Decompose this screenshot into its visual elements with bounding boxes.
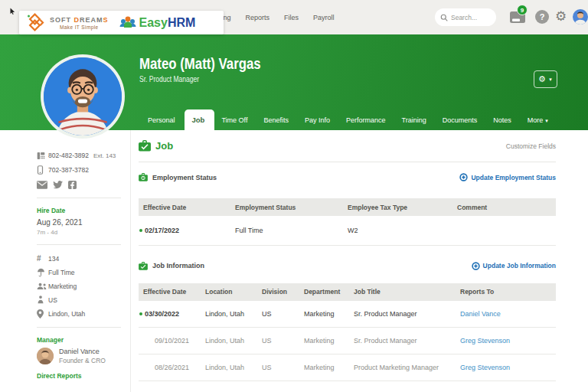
reports-to-link[interactable]: Greg Stevenson (457, 328, 556, 354)
work-phone-row: 802-482-3892 Ext. 143 (37, 150, 130, 161)
column-header: Employee Tax Type (345, 198, 454, 216)
easyhrm-icon (119, 14, 137, 32)
help-icon[interactable]: ? (535, 10, 549, 24)
mobile-phone-icon (37, 165, 48, 175)
search-icon (440, 14, 448, 21)
employment-status-title: Employment Status (152, 174, 459, 181)
soft-dreams-icon (25, 13, 46, 32)
hire-date-value: Aug 26, 2021 (37, 218, 130, 227)
job-information-row[interactable]: 08/26/2021 Lindon, Utah US Marketing Pro… (139, 354, 556, 381)
hash-icon: # (37, 254, 48, 263)
profile-tab[interactable]: Pay Info (298, 109, 339, 130)
easyhrm-hrm: HRM (168, 16, 195, 29)
manager-avatar (37, 348, 54, 364)
soft-dreams-logo: Soft Dreams Make IT Simple (25, 13, 109, 32)
profile-tab[interactable]: Job (185, 109, 215, 130)
umbrella-icon (37, 268, 48, 277)
employment-status-row[interactable]: 02/17/2022 Full Time W2 (139, 216, 556, 245)
search-placeholder: Search... (451, 14, 477, 21)
email-icon[interactable] (37, 181, 47, 189)
facebook-icon[interactable] (68, 181, 77, 189)
profile-tab[interactable]: Documents (436, 109, 487, 130)
location-pin-icon (37, 309, 48, 318)
job-information-title: Job Information (152, 262, 472, 270)
caret-down-icon: ▼ (548, 77, 553, 82)
profile-tab[interactable]: More▾ (521, 109, 555, 130)
job-information-row[interactable]: 09/10/2021 Lindon, Utah US Marketing Sr.… (139, 328, 556, 354)
work-phone-ext: Ext. 143 (93, 152, 116, 159)
column-header: Department (301, 283, 351, 301)
people-icon (37, 283, 48, 290)
manager-label: Manager (37, 336, 130, 344)
twitter-icon[interactable] (53, 181, 63, 189)
employment-status-icon (139, 173, 148, 181)
profile-tab[interactable]: Personal (141, 109, 185, 130)
profile-tab[interactable]: Benefits (256, 109, 298, 130)
easyhrm-easy: Easy (139, 16, 168, 29)
employee-sidebar: 802-482-3892 Ext. 143 702-387-3782 Hire … (0, 130, 131, 392)
profile-tab[interactable]: Performance (339, 109, 395, 130)
update-job-information-link[interactable]: Update Job Information (472, 262, 556, 270)
nav-item[interactable]: Payroll (313, 14, 335, 21)
manager-row[interactable]: Daniel Vance Founder & CRO (37, 348, 130, 364)
employment-status-row: Full Time (37, 267, 130, 277)
division: US (48, 296, 57, 304)
profile-tab[interactable]: Training (395, 109, 436, 130)
nav-item[interactable]: Reports (246, 14, 270, 21)
current-dot (139, 229, 142, 232)
column-header: Employment Status (232, 198, 345, 216)
column-header: Job Title (351, 283, 457, 301)
soft-dreams-tagline: Make IT Simple (50, 24, 109, 30)
nav-item[interactable]: Files (284, 14, 299, 21)
employee-avatar (41, 54, 125, 139)
user-avatar[interactable] (573, 9, 588, 24)
column-header: Location (202, 283, 259, 301)
profile-tab[interactable]: Time Off (214, 109, 256, 130)
search-input[interactable]: Search... (435, 8, 496, 26)
gear-icon: ⚙ (538, 75, 546, 83)
job-information-row[interactable]: 03/30/2022 Lindon, Utah US Marketing Sr.… (139, 301, 556, 328)
table-header-row: Effective DateEmployment StatusEmployee … (139, 198, 556, 216)
tenure-value: 7m - 4d (37, 229, 130, 236)
employee-name: Mateo (Matt) Vargas (139, 54, 261, 73)
update-employment-status-link[interactable]: Update Employment Status (459, 173, 556, 181)
briefcase-icon (139, 140, 151, 152)
logo-box: Soft Dreams Make IT Simple EasyHRM (19, 11, 224, 34)
column-header: Effective Date (139, 198, 232, 216)
mobile-phone-row: 702-387-3782 (37, 165, 130, 175)
table-header-row: Effective DateLocationDivisionDepartment… (139, 283, 556, 301)
person-icon (37, 296, 48, 304)
profile-settings-button[interactable]: ⚙▼ (534, 70, 557, 88)
reports-to-link[interactable]: Daniel Vance (457, 301, 556, 328)
reports-to-link[interactable]: Greg Stevenson (457, 354, 556, 381)
desk-phone-icon (37, 152, 48, 160)
job-information-icon (139, 262, 148, 270)
job-section-header: Job Customize Fields (139, 140, 556, 152)
sidebar-divider (37, 327, 121, 328)
social-icons (37, 181, 130, 189)
employee-id-row: # 134 (37, 253, 130, 263)
notification-badge: 9 (517, 5, 528, 15)
plus-circle-icon (459, 173, 468, 181)
top-navigation-bar: HiringReportsFilesPayroll Soft Dreams Ma… (0, 0, 588, 34)
profile-tab[interactable]: Notes (486, 109, 521, 130)
department-row: Marketing (37, 281, 130, 291)
sidebar-divider (37, 198, 121, 198)
job-information-header: Job Information Update Job Information (139, 262, 556, 270)
mobile-phone-number: 702-387-3782 (48, 166, 89, 174)
department: Marketing (48, 283, 77, 290)
hire-date-label: Hire Date (37, 207, 130, 214)
settings-gear-icon[interactable]: ⚙ (555, 8, 567, 26)
job-information-table: Effective DateLocationDivisionDepartment… (139, 283, 556, 382)
employee-id: 134 (48, 255, 59, 263)
employee-job-title: Sr. Product Manager (139, 75, 199, 83)
division-row: US (37, 295, 130, 305)
job-tab-content: Job Customize Fields Employment Status U… (139, 130, 556, 392)
location-row: Lindon, Utah (37, 309, 130, 318)
location: Lindon, Utah (48, 310, 85, 318)
customize-fields-link[interactable]: Customize Fields (506, 142, 556, 150)
column-header: Reports To (457, 283, 556, 301)
profile-tabs: PersonalJobTime OffBenefitsPay InfoPerfo… (141, 109, 555, 130)
manager-title: Founder & CRO (59, 357, 106, 364)
job-section-title: Job (155, 140, 506, 152)
